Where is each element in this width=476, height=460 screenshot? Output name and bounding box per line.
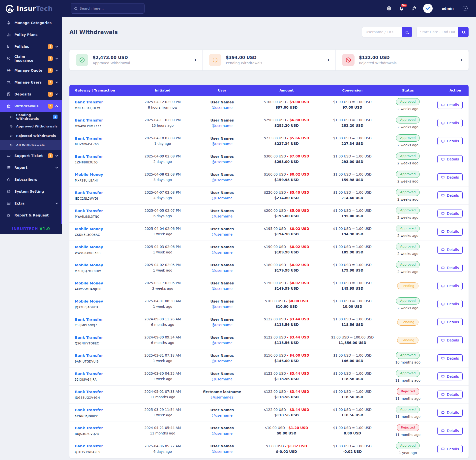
details-button[interactable]: Details xyxy=(437,300,463,308)
gateway-link[interactable]: Bank Transfer xyxy=(75,118,103,123)
username-link[interactable]: @username xyxy=(212,322,233,328)
sidebar-item-policy-plans[interactable]: Policy Plans xyxy=(0,29,62,41)
username-search-button[interactable] xyxy=(402,27,412,37)
username-link[interactable]: @username xyxy=(212,195,233,201)
username-link[interactable]: @username2 xyxy=(210,395,234,400)
gateway-link[interactable]: Bank Transfer xyxy=(75,425,103,431)
gateway-link[interactable]: Bank Transfer xyxy=(75,443,103,449)
gateway-link[interactable]: Bank Transfer xyxy=(75,208,103,214)
gateway-link[interactable]: Bank Transfer xyxy=(75,407,103,413)
username-link[interactable]: @username xyxy=(212,449,233,454)
avatar[interactable] xyxy=(423,4,433,13)
details-button[interactable]: Details xyxy=(437,119,463,127)
gateway-link[interactable]: Mobile Money xyxy=(75,172,103,178)
sidebar-item-deposits[interactable]: $ Deposits ! xyxy=(0,88,62,100)
chevron-right-icon[interactable] xyxy=(193,59,196,61)
sidebar-item-extra[interactable]: Extra xyxy=(0,197,62,209)
username-link[interactable]: @username xyxy=(212,214,233,219)
language-globe-icon[interactable] xyxy=(386,5,392,11)
approved-withdrawal-card[interactable]: $2,473.00 USD Approved Withdrawal xyxy=(69,50,202,70)
sidebar-item-support-ticket[interactable]: Support Ticket ! xyxy=(0,150,62,162)
account-menu-chevron[interactable] xyxy=(463,6,468,11)
details-button[interactable]: Details xyxy=(437,445,463,453)
initiated-date: 2025-04-03 02:06 PM xyxy=(134,244,191,250)
details-button[interactable]: Details xyxy=(437,372,463,380)
gateway-link[interactable]: Bank Transfer xyxy=(75,335,103,340)
gateway-link[interactable]: Bank Transfer xyxy=(75,317,103,322)
details-button[interactable]: Details xyxy=(437,173,463,181)
sidebar-item-rejected-withdrawals[interactable]: Rejected Withdrawals xyxy=(0,131,62,140)
sidebar-item-report-request[interactable]: Report & Request xyxy=(0,209,62,221)
pending-withdrawals-card[interactable]: $394.00 USD Pending Withdrawals xyxy=(202,50,335,70)
gateway-link[interactable]: Mobile Money xyxy=(75,262,103,268)
gateway-link[interactable]: Mobile Money xyxy=(75,299,103,304)
sidebar-item-report[interactable]: Report xyxy=(0,162,62,174)
username-trx-input[interactable] xyxy=(362,27,402,37)
sidebar-item-all-withdrawals[interactable]: All Withdrawals xyxy=(0,140,62,150)
sidebar-scrollbar[interactable] xyxy=(61,108,62,224)
username-link[interactable]: @username xyxy=(212,159,233,165)
sidebar-item-withdrawals[interactable]: Withdrawals ! xyxy=(0,100,62,112)
username-link[interactable]: @username xyxy=(212,268,233,273)
notifications-bell-icon[interactable]: 9+ xyxy=(398,5,404,11)
gateway-link[interactable]: Bank Transfer xyxy=(75,389,103,395)
username-link[interactable]: @username xyxy=(212,376,233,382)
chevron-right-icon[interactable] xyxy=(460,59,462,61)
details-button[interactable]: Details xyxy=(437,409,463,417)
username-link[interactable]: @username xyxy=(212,431,233,436)
date-search-button[interactable] xyxy=(458,27,469,37)
gateway-link[interactable]: Bank Transfer xyxy=(75,190,103,196)
username-link[interactable]: @username xyxy=(212,105,233,110)
gateway-link[interactable]: Mobile Money xyxy=(75,244,103,250)
gateway-link[interactable]: Bank Transfer xyxy=(75,353,103,359)
details-button[interactable]: Details xyxy=(437,282,463,290)
details-button[interactable]: Details xyxy=(437,246,463,254)
details-button[interactable]: Details xyxy=(437,137,463,145)
transaction-id: 1ZI48BIU3U3Q xyxy=(75,160,134,165)
details-button[interactable]: Details xyxy=(437,318,463,326)
sidebar-item-manage-users[interactable]: Manage Users ! xyxy=(0,76,62,88)
brand-logo[interactable]: InsurTech xyxy=(0,0,62,17)
sidebar-item-pending-withdrawals[interactable]: Pending Withdrawals 3 xyxy=(0,112,62,122)
details-button[interactable]: Details xyxy=(437,228,463,236)
username-link[interactable]: @username xyxy=(212,177,233,183)
gateway-link[interactable]: Bank Transfer xyxy=(75,371,103,377)
date-range-input[interactable] xyxy=(416,27,458,37)
details-button[interactable]: Details xyxy=(437,191,463,199)
username-link[interactable]: @username xyxy=(212,413,233,418)
sidebar-item-policies[interactable]: Policies ! xyxy=(0,41,62,53)
username-link[interactable]: @username xyxy=(212,123,233,128)
details-button[interactable]: Details xyxy=(437,155,463,163)
details-button[interactable]: Details xyxy=(437,391,463,399)
global-search[interactable] xyxy=(71,3,145,14)
settings-wrench-icon[interactable] xyxy=(411,5,417,11)
details-button[interactable]: Details xyxy=(437,354,463,362)
username-link[interactable]: @username xyxy=(212,358,233,364)
username-link[interactable]: @username xyxy=(212,304,233,309)
sidebar-item-subscribers[interactable]: Subscribers xyxy=(0,174,62,185)
sidebar-item-system-setting[interactable]: System Setting xyxy=(0,185,62,197)
gateway-link[interactable]: Mobile Money xyxy=(75,226,103,232)
sidebar-item-approved-withdrawals[interactable]: Approved Withdrawals xyxy=(0,122,62,131)
details-button[interactable]: Details xyxy=(437,264,463,272)
transaction-id: WOVC846NE38B xyxy=(75,251,134,255)
sidebar-item-manage-quote[interactable]: 99 Manage Quote ! xyxy=(0,64,62,76)
chevron-right-icon[interactable] xyxy=(327,59,329,61)
gateway-link[interactable]: Bank Transfer xyxy=(75,154,103,159)
username-link[interactable]: @username xyxy=(212,250,233,255)
gateway-link[interactable]: Bank Transfer xyxy=(75,99,103,105)
username-link[interactable]: @username xyxy=(212,340,233,346)
username-link[interactable]: @username xyxy=(212,232,233,237)
details-button[interactable]: Details xyxy=(437,336,463,344)
details-button[interactable]: Details xyxy=(437,210,463,217)
rejected-withdrawals-card[interactable]: $132.00 USD Rejected Withdrawals xyxy=(335,50,469,70)
details-button[interactable]: Details xyxy=(437,427,463,435)
details-button[interactable]: Details xyxy=(437,101,463,109)
gateway-link[interactable]: Mobile Money xyxy=(75,280,103,286)
sidebar-item-claim-insurance[interactable]: Claim Insurance ! xyxy=(0,53,62,64)
username-link[interactable]: @username xyxy=(212,286,233,291)
sidebar-item-manage-categories[interactable]: Manage Categories xyxy=(0,17,62,29)
username-link[interactable]: @username xyxy=(212,141,233,147)
gateway-link[interactable]: Bank Transfer xyxy=(75,136,103,141)
global-search-input[interactable] xyxy=(80,6,141,10)
